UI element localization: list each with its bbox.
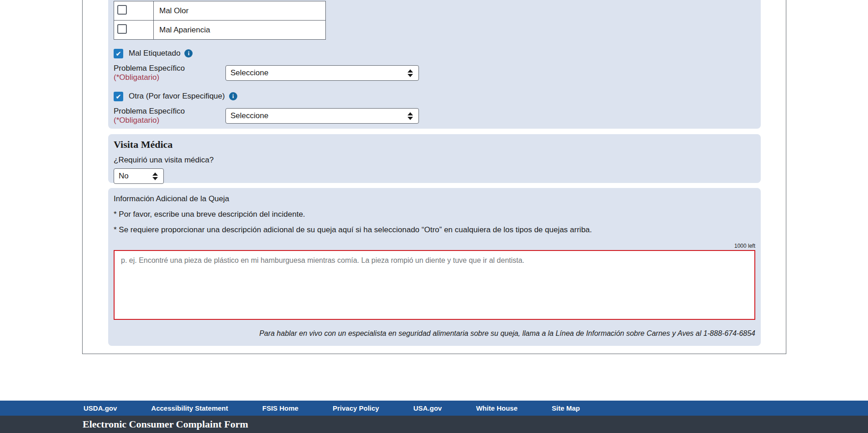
footer-link-white-house[interactable]: White House <box>476 404 518 412</box>
required-note: (*Obligatario) <box>114 116 159 125</box>
form-container: Mal Olor Mal Apariencia ✔ Mal Etiquetado… <box>82 0 786 354</box>
mal-etiquetado-row: ✔ Mal Etiquetado i <box>114 48 755 58</box>
checkbox-label: Mal Etiquetado <box>129 49 180 58</box>
select-stepper-icon <box>408 112 413 120</box>
table-row: Mal Olor <box>114 1 326 21</box>
select-value: Seleccione <box>230 111 268 120</box>
complaint-types-panel: Mal Olor Mal Apariencia ✔ Mal Etiquetado… <box>108 0 761 129</box>
additional-info-panel: Información Adicional de la Queja * Por … <box>108 188 761 346</box>
footer-link-usa-gov[interactable]: USA.gov <box>413 404 442 412</box>
section-title: Visita Médica <box>114 139 755 151</box>
footer-link-privacy-policy[interactable]: Privacy Policy <box>333 404 379 412</box>
complaint-options-table: Mal Olor Mal Apariencia <box>114 1 326 40</box>
hotline-note: Para hablar en vivo con un especialista … <box>114 329 755 338</box>
option-label: Mal Apariencia <box>154 21 326 40</box>
checkbox-label: Otra (Por favor Especifique) <box>129 92 225 101</box>
problem-label: Problema Específico <box>114 107 185 115</box>
footer-nav: USDA.gov Accessibility Statement FSIS Ho… <box>0 401 868 416</box>
otra-row: ✔ Otra (Por favor Especifique) i <box>114 91 755 101</box>
specific-problem-select-1[interactable]: Seleccione <box>225 65 419 81</box>
checkbox-mal-etiquetado[interactable]: ✔ <box>114 49 123 58</box>
description-instruction: * Por favor, escribe una breve descripci… <box>114 210 755 219</box>
medical-visit-select[interactable]: No <box>114 168 164 184</box>
medical-visit-panel: Visita Médica ¿Requirió una visita médic… <box>108 134 761 183</box>
specific-problem-row-1: Problema Específico (*Obligatario) Selec… <box>114 64 755 82</box>
table-row: Mal Apariencia <box>114 21 326 40</box>
footer-form-title: Electronic Consumer Complaint Form <box>83 418 248 430</box>
option-label: Mal Olor <box>154 1 326 21</box>
required-note: (*Obligatario) <box>114 73 159 82</box>
additional-info-title: Información Adicional de la Queja <box>114 194 755 203</box>
check-icon: ✔ <box>115 93 121 100</box>
medical-visit-question: ¿Requirió una visita médica? <box>114 156 755 165</box>
select-value: Seleccione <box>230 68 268 78</box>
checkbox-mal-olor[interactable] <box>117 5 127 15</box>
footer-link-site-map[interactable]: Site Map <box>552 404 580 412</box>
select-stepper-icon <box>152 172 158 180</box>
check-icon: ✔ <box>115 50 121 57</box>
footer-link-accessibility[interactable]: Accessibility Statement <box>151 404 228 412</box>
checkbox-mal-apariencia[interactable] <box>117 24 127 34</box>
select-stepper-icon <box>408 69 413 77</box>
select-value: No <box>119 172 129 181</box>
info-icon[interactable]: i <box>229 92 237 100</box>
checkbox-otra[interactable]: ✔ <box>114 92 123 101</box>
footer-link-fsis-home[interactable]: FSIS Home <box>262 404 298 412</box>
footer-link-usda-gov[interactable]: USDA.gov <box>84 404 117 412</box>
specific-problem-select-2[interactable]: Seleccione <box>225 108 419 124</box>
otro-requirement-note: * Se requiere proporcionar una descripci… <box>114 225 755 235</box>
problem-label: Problema Específico <box>114 64 185 73</box>
specific-problem-row-2: Problema Específico (*Obligatario) Selec… <box>114 107 755 125</box>
complaint-description-textarea[interactable] <box>114 250 755 320</box>
info-icon[interactable]: i <box>184 49 193 57</box>
characters-left-counter: 1000 left <box>114 243 755 249</box>
footer-title-band: Electronic Consumer Complaint Form <box>0 416 868 433</box>
